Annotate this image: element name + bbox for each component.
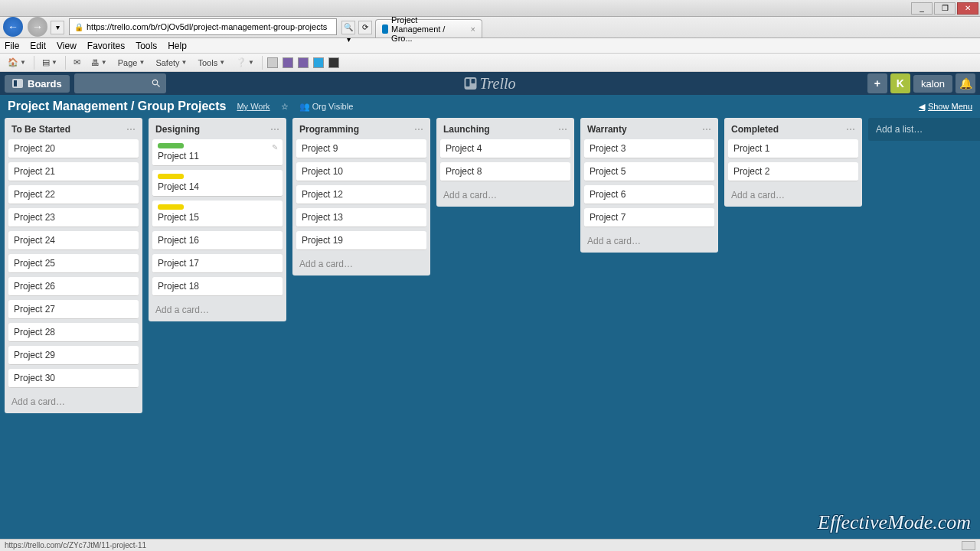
dropdown-button[interactable]: ▾ <box>51 21 64 34</box>
card[interactable]: Project 17 <box>152 254 283 273</box>
notifications-button[interactable]: 🔔 <box>956 73 975 93</box>
visibility-toggle[interactable]: 👥 Org Visible <box>299 102 354 112</box>
add-card-button[interactable]: Add a card… <box>728 185 858 205</box>
card[interactable]: Project 14 <box>152 170 283 197</box>
card[interactable]: Project 27 <box>8 300 139 319</box>
card[interactable]: Project 30 <box>8 369 139 388</box>
addon-icon-4[interactable] <box>313 57 324 68</box>
list-menu-icon[interactable]: ⋯ <box>270 124 279 135</box>
card[interactable]: Project 16 <box>152 231 283 250</box>
menu-view[interactable]: View <box>57 41 77 51</box>
back-button[interactable]: ← <box>3 17 23 37</box>
addon-icon-3[interactable] <box>298 57 309 68</box>
add-card-button[interactable]: Add a card… <box>296 254 426 274</box>
browser-menubar: FileEditViewFavoritesToolsHelp <box>0 38 980 54</box>
list-title[interactable]: Warranty <box>587 124 702 135</box>
address-bar[interactable]: 🔒 https://trello.com/b/rOjOv5dl/project-… <box>69 18 337 35</box>
card[interactable]: Project 20 <box>8 139 139 158</box>
list-menu-icon[interactable]: ⋯ <box>558 124 567 135</box>
safety-menu[interactable]: Safety▼ <box>152 57 190 69</box>
list-title[interactable]: Programming <box>299 124 414 135</box>
add-card-button[interactable]: Add a card… <box>152 300 283 320</box>
board-title[interactable]: Project Management / Group Projects <box>8 99 226 113</box>
card[interactable]: Project 11✎ <box>152 139 283 166</box>
card[interactable]: Project 2 <box>728 162 858 181</box>
menu-edit[interactable]: Edit <box>30 41 46 51</box>
statusbar-resize[interactable] <box>962 541 975 550</box>
card[interactable]: Project 22 <box>8 185 139 204</box>
mail-button[interactable]: ✉ <box>70 56 83 69</box>
card[interactable]: Project 3 <box>584 139 714 158</box>
window-close-button[interactable]: ✕ <box>957 2 978 15</box>
menu-help[interactable]: Help <box>168 41 187 51</box>
user-menu[interactable]: kalon <box>913 75 952 93</box>
card[interactable]: Project 19 <box>296 231 426 250</box>
search-button[interactable]: 🔍▾ <box>341 21 355 34</box>
card[interactable]: Project 4 <box>440 139 570 158</box>
card[interactable]: Project 25 <box>8 254 139 273</box>
card[interactable]: Project 12 <box>296 185 426 204</box>
search-input[interactable] <box>74 73 166 93</box>
add-card-button[interactable]: Add a card… <box>8 392 139 412</box>
card[interactable]: Project 23 <box>8 208 139 227</box>
card[interactable]: Project 1 <box>728 139 858 158</box>
star-icon[interactable]: ☆ <box>281 102 289 112</box>
card[interactable]: Project 21 <box>8 162 139 181</box>
card[interactable]: Project 10 <box>296 162 426 181</box>
list-menu-icon[interactable]: ⋯ <box>126 124 136 135</box>
feeds-dropdown[interactable]: ▤▼ <box>39 56 60 69</box>
card-title: Project 5 <box>590 166 626 177</box>
menu-file[interactable]: File <box>5 41 19 51</box>
window-maximize-button[interactable]: ❐ <box>934 2 956 15</box>
refresh-button[interactable]: ⟳ <box>358 21 372 34</box>
browser-tab[interactable]: Project Management / Gro... × <box>375 19 482 37</box>
list-title[interactable]: To Be Started <box>11 124 126 135</box>
boards-button[interactable]: Boards <box>5 75 70 93</box>
card[interactable]: Project 5 <box>584 162 714 181</box>
card[interactable]: Project 29 <box>8 346 139 365</box>
tab-close-icon[interactable]: × <box>471 24 475 34</box>
card[interactable]: Project 26 <box>8 277 139 296</box>
card-edit-icon[interactable]: ✎ <box>272 143 278 152</box>
list-title[interactable]: Designing <box>155 124 270 135</box>
add-card-button[interactable]: Add a card… <box>584 231 714 251</box>
add-list-button[interactable]: Add a list… <box>868 118 980 141</box>
my-work-link[interactable]: My Work <box>237 102 270 111</box>
list-menu-icon[interactable]: ⋯ <box>702 124 711 135</box>
menu-favorites[interactable]: Favorites <box>87 41 125 51</box>
list-title[interactable]: Launching <box>443 124 558 135</box>
card[interactable]: Project 18 <box>152 277 283 296</box>
trello-header: Boards Trello + K kalon 🔔 <box>0 72 980 95</box>
card-title: Project 24 <box>14 235 55 246</box>
show-menu-button[interactable]: ◀ Show Menu <box>919 102 972 112</box>
home-dropdown[interactable]: 🏠▼ <box>5 56 29 69</box>
list-menu-icon[interactable]: ⋯ <box>846 124 855 135</box>
help-dropdown[interactable]: ❔▼ <box>233 56 257 69</box>
card[interactable]: Project 7 <box>584 208 714 227</box>
window-minimize-button[interactable]: _ <box>911 2 933 15</box>
card[interactable]: Project 28 <box>8 323 139 342</box>
card-title: Project 14 <box>158 181 199 192</box>
card[interactable]: Project 24 <box>8 231 139 250</box>
card-title: Project 26 <box>14 281 55 292</box>
add-card-button[interactable]: Add a card… <box>440 185 570 205</box>
card[interactable]: Project 6 <box>584 185 714 204</box>
list-title[interactable]: Completed <box>731 124 846 135</box>
addon-icon-1[interactable] <box>267 57 278 68</box>
trello-logo[interactable]: Trello <box>464 75 515 93</box>
card[interactable]: Project 8 <box>440 162 570 181</box>
addon-icon-2[interactable] <box>283 57 293 68</box>
page-menu[interactable]: Page▼ <box>115 57 149 69</box>
addon-icon-5[interactable] <box>328 57 339 68</box>
forward-button[interactable]: → <box>28 17 47 37</box>
tools-menu[interactable]: Tools▼ <box>195 57 229 69</box>
card[interactable]: Project 15 <box>152 201 283 227</box>
user-avatar[interactable]: K <box>890 73 910 93</box>
print-dropdown[interactable]: 🖶▼ <box>88 57 110 69</box>
add-button[interactable]: + <box>867 73 887 93</box>
list-menu-icon[interactable]: ⋯ <box>414 124 423 135</box>
card[interactable]: Project 13 <box>296 208 426 227</box>
menu-tools[interactable]: Tools <box>136 41 157 51</box>
card-title: Project 18 <box>158 281 199 292</box>
card[interactable]: Project 9 <box>296 139 426 158</box>
